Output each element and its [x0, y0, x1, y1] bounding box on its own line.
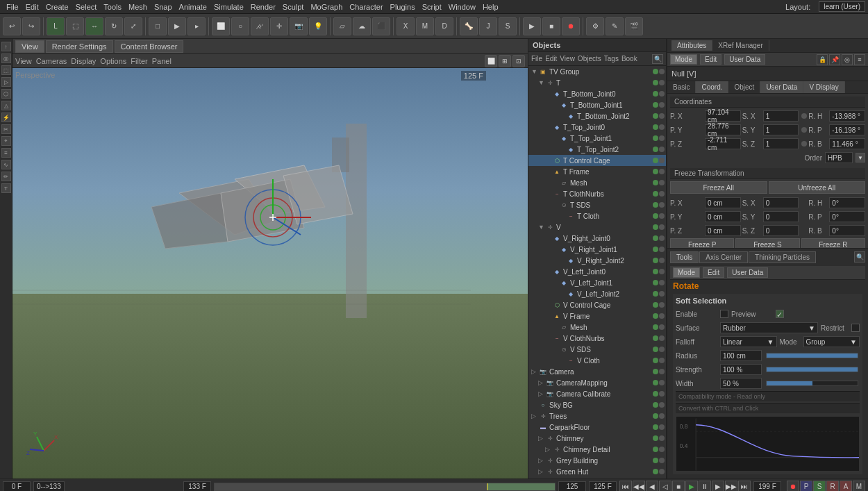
viewport-3d[interactable]: Perspective X Y Z 125 F	[12, 68, 528, 478]
menu-select[interactable]: Select	[72, 3, 101, 11]
left-tool-1[interactable]: ↑	[1, 42, 11, 51]
tree-item-v-control-cage[interactable]: ⬡V Control Cage	[528, 299, 666, 310]
fsx-field[interactable]: 0	[763, 197, 799, 208]
tree-item-v_left_joint1[interactable]: ◆V_Left_Joint1	[528, 277, 666, 288]
status-dot-render-25[interactable]	[659, 347, 665, 352]
btn-next-frame[interactable]: ▶	[712, 481, 724, 492]
tree-item-v-sds[interactable]: ⊙V SDS	[528, 344, 666, 355]
tools-search-icon[interactable]: 🔍	[854, 251, 865, 263]
status-dot-render-13[interactable]	[659, 213, 665, 219]
objects-menu-file[interactable]: File	[531, 55, 542, 63]
tree-arrow-27[interactable]: ▷	[531, 368, 538, 375]
tree-item-v[interactable]: ▼✛V	[528, 222, 666, 233]
status-dot-vis-16[interactable]	[653, 247, 658, 252]
status-dot-vis-2[interactable]	[653, 91, 658, 97]
status-dot-render-32[interactable]	[659, 424, 665, 430]
status-dot-vis-25[interactable]	[653, 347, 658, 352]
status-dot-render-19[interactable]	[659, 280, 665, 285]
status-dot-render-24[interactable]	[659, 335, 665, 341]
vp-tool-display[interactable]: Display	[71, 57, 96, 65]
tool-bg[interactable]: ⬛	[372, 17, 390, 35]
btn-record-scale[interactable]: S	[813, 481, 826, 492]
playback-scrubber[interactable]	[214, 483, 556, 491]
status-dot-render-17[interactable]	[659, 258, 665, 263]
tree-arrow-33[interactable]: ▷	[538, 435, 545, 442]
rh-field[interactable]: -13.988 °	[829, 110, 865, 122]
tree-item-t_top_joint2[interactable]: ◆T_Top_Joint2	[528, 144, 666, 155]
tool-joint[interactable]: J	[479, 17, 497, 35]
status-dot-vis-13[interactable]	[653, 213, 658, 219]
btn-pause[interactable]: ⏸	[699, 481, 711, 492]
status-dot-render-16[interactable]	[659, 247, 665, 252]
attr-mode-btn[interactable]: Mode	[670, 54, 697, 65]
menu-create[interactable]: Create	[42, 3, 72, 11]
tools-tab-axis[interactable]: Axis Center	[699, 251, 748, 263]
tree-item-sky-bg[interactable]: ○Sky BG	[528, 399, 666, 410]
frp-field[interactable]: 0°	[829, 211, 865, 222]
left-tool-2[interactable]: ◎	[1, 53, 11, 63]
tree-item-v_left_joint0[interactable]: ◆V_Left_Joint0	[528, 266, 666, 277]
tool-deformer[interactable]: D	[435, 17, 453, 35]
status-dot-render-28[interactable]	[659, 380, 665, 385]
tools-userdata-btn[interactable]: User Data	[727, 267, 768, 278]
freeze-header[interactable]: Freeze Transformation	[670, 168, 865, 179]
menu-animate[interactable]: Animate	[176, 3, 210, 11]
objects-menu-objects[interactable]: Objects	[578, 55, 601, 63]
tool-rotate[interactable]: ↻	[105, 17, 123, 35]
tool-scale[interactable]: ⤢	[124, 17, 142, 35]
tree-item-t-sds[interactable]: ⊙T SDS	[528, 199, 666, 210]
py-field[interactable]: 28.776 cm	[705, 124, 741, 135]
current-frame-display[interactable]: 0 F	[3, 481, 31, 491]
status-dot-render-26[interactable]	[659, 358, 665, 363]
tab-render-settings[interactable]: Render Settings	[46, 40, 113, 53]
status-dot-vis-21[interactable]	[653, 302, 658, 308]
left-tool-10[interactable]: ≡	[1, 148, 11, 158]
btn-jump-end[interactable]: ⏭	[738, 481, 751, 492]
menu-plugins[interactable]: Plugins	[387, 3, 419, 11]
tool-cube[interactable]: ⬜	[212, 17, 230, 35]
status-dot-render-10[interactable]	[659, 180, 665, 185]
tool-stop[interactable]: ■	[542, 17, 560, 35]
tree-item-mesh[interactable]: ▱Mesh	[528, 177, 666, 188]
tree-item-v-clothnurbs[interactable]: ~V ClothNurbs	[528, 333, 666, 344]
menu-mesh[interactable]: Mesh	[125, 3, 151, 11]
tool-render-settings[interactable]: ⚙	[586, 17, 604, 35]
tool-live[interactable]: L	[47, 17, 65, 35]
soft-enable-checkbox[interactable]	[720, 310, 728, 318]
tab-content-browser[interactable]: Content Browser	[115, 40, 184, 53]
status-dot-vis-33[interactable]	[653, 435, 658, 441]
tool-null[interactable]: ✛	[270, 17, 288, 35]
tree-item-t-cloth[interactable]: ~T Cloth	[528, 210, 666, 222]
status-dot-render-7[interactable]	[659, 147, 665, 152]
coord-lock-2[interactable]	[801, 127, 807, 133]
tree-arrow-28[interactable]: ▷	[538, 379, 545, 386]
tree-item-chimney-detail[interactable]: ▷✛Chimney Detail	[528, 444, 666, 455]
status-dot-vis-14[interactable]	[653, 224, 658, 230]
tree-item-v_right_joint2[interactable]: ◆V_Right_Joint2	[528, 255, 666, 266]
status-dot-vis-24[interactable]	[653, 335, 658, 341]
soft-width-slider[interactable]	[766, 381, 858, 386]
tool-bone[interactable]: 🦴	[460, 17, 478, 35]
tree-item-t-clothnurbs[interactable]: ~T ClothNurbs	[528, 188, 666, 199]
status-dot-vis-3[interactable]	[653, 102, 658, 108]
status-dot-vis-9[interactable]	[653, 169, 658, 174]
soft-radius-field[interactable]: 100 cm	[720, 350, 762, 361]
tree-arrow-29[interactable]: ▷	[538, 390, 545, 397]
soft-width-field[interactable]: 50 %	[720, 378, 762, 389]
status-dot-vis-6[interactable]	[653, 135, 658, 141]
vp-tool-cameras[interactable]: Cameras	[36, 57, 67, 65]
fpz-field[interactable]: 0 cm	[705, 225, 741, 236]
status-dot-render-12[interactable]	[659, 202, 665, 208]
status-dot-render-33[interactable]	[659, 435, 665, 441]
left-tool-5[interactable]: ⬡	[1, 89, 11, 99]
freeze-r-btn[interactable]: Freeze R	[801, 238, 865, 248]
order-field[interactable]: HPB	[825, 152, 853, 163]
tool-cylinder[interactable]: ⌭	[251, 17, 269, 35]
soft-mode-dropdown[interactable]: Group▼	[803, 336, 860, 347]
fsz-field[interactable]: 0	[763, 225, 799, 236]
status-dot-vis-29[interactable]	[653, 391, 658, 397]
status-dot-render-23[interactable]	[659, 324, 665, 330]
status-dot-render-29[interactable]	[659, 391, 665, 397]
btn-autokey[interactable]: A	[840, 481, 852, 492]
fpy-field[interactable]: 0 cm	[705, 211, 741, 222]
